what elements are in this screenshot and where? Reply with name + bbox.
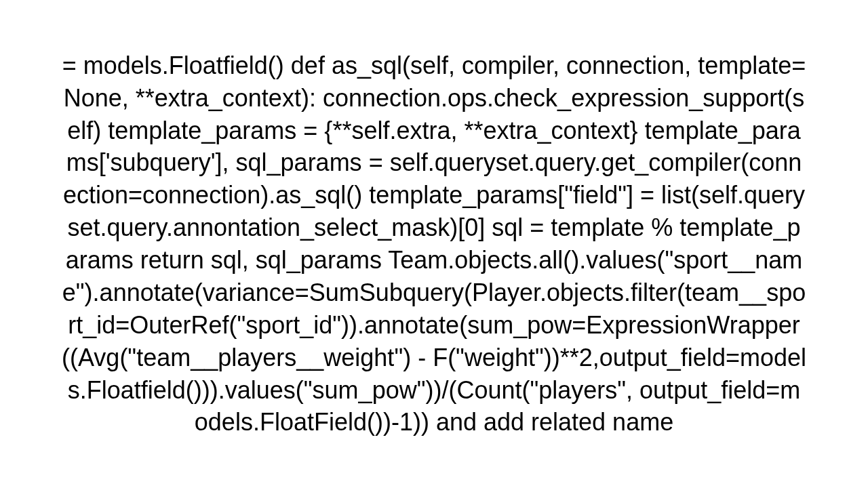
code-text-block: = models.Floatfield() def as_sql(self, c… (61, 49, 807, 439)
